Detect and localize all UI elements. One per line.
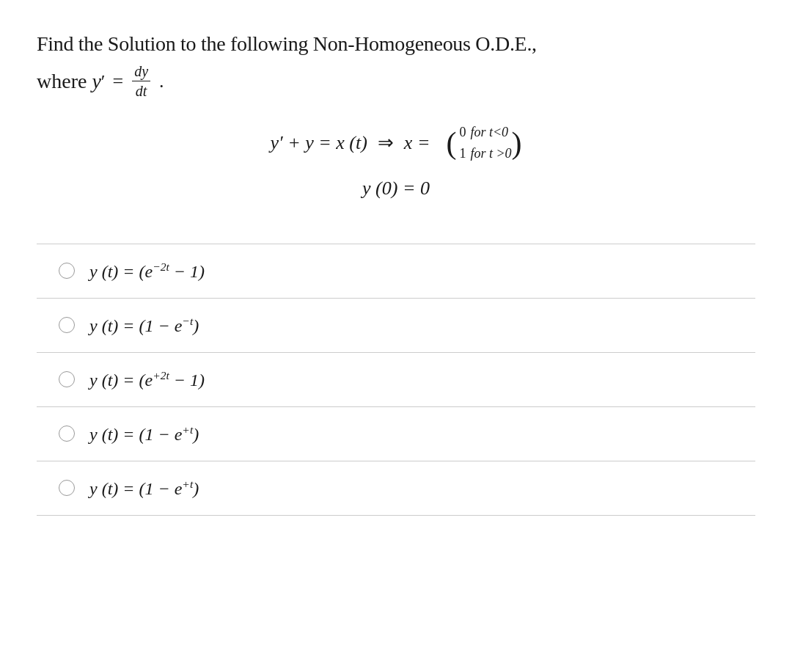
numerator-dy: dy [132,62,150,81]
main-equation-block: y′ + y = x (t) ⇒ x = ( 0 for t<0 1 for t… [37,122,755,164]
main-equation-line: y′ + y = x (t) ⇒ x = ( 0 for t<0 1 for t… [37,122,755,164]
ic-text: y (0) = 0 [362,178,430,199]
option-radio-e[interactable] [59,480,75,496]
piecewise-close-brace: ) [512,128,522,158]
page-container: Find the Solution to the following Non-H… [0,0,792,672]
option-row-c[interactable]: y (t) = (e+2t − 1) [37,353,755,407]
case1-num: 0 [459,122,466,143]
piecewise-case-2: 1 for t >0 [459,143,511,164]
question-title: Find the Solution to the following Non-H… [37,29,755,58]
option-radio-d[interactable] [59,426,75,442]
denominator-dt: dt [133,81,150,100]
implies-arrow: ⇒ [378,131,394,154]
initial-condition: y (0) = 0 [37,178,755,200]
piecewise-brace: ( [446,128,456,158]
option-row-e[interactable]: y (t) = (1 − e+t) [37,461,755,516]
option-row-b[interactable]: y (t) = (1 − e−t) [37,299,755,353]
case2-num: 1 [459,143,466,164]
dy-dt-fraction: dy dt [132,62,150,100]
case2-cond: for t >0 [470,143,511,164]
ode-lhs: y′ + y = x (t) [270,132,367,154]
where-label: where y′ [37,70,106,93]
option-formula-c: y (t) = (e+2t − 1) [89,369,205,390]
equals-sign: = [113,70,124,92]
option-radio-a[interactable] [59,263,75,279]
option-formula-b: y (t) = (1 − e−t) [89,315,199,336]
piecewise-expression: ( 0 for t<0 1 for t >0 ) [446,122,521,164]
option-row-d[interactable]: y (t) = (1 − e+t) [37,407,755,461]
option-formula-a: y (t) = (e−2t − 1) [89,260,205,282]
period: . [159,70,164,92]
option-formula-d: y (t) = (1 − e+t) [89,423,199,445]
case1-cond: for t<0 [470,122,508,143]
option-radio-b[interactable] [59,317,75,333]
where-line: where y′ = dy dt . [37,62,755,100]
piecewise-case-1: 0 for t<0 [459,122,511,143]
x-equals: x = [404,132,430,154]
option-row-a[interactable]: y (t) = (e−2t − 1) [37,244,755,299]
option-formula-e: y (t) = (1 − e+t) [89,478,199,499]
options-section: y (t) = (e−2t − 1) y (t) = (1 − e−t) y (… [37,244,755,516]
option-radio-c[interactable] [59,371,75,387]
piecewise-cases: 0 for t<0 1 for t >0 [459,122,511,164]
question-section: Find the Solution to the following Non-H… [37,29,755,222]
